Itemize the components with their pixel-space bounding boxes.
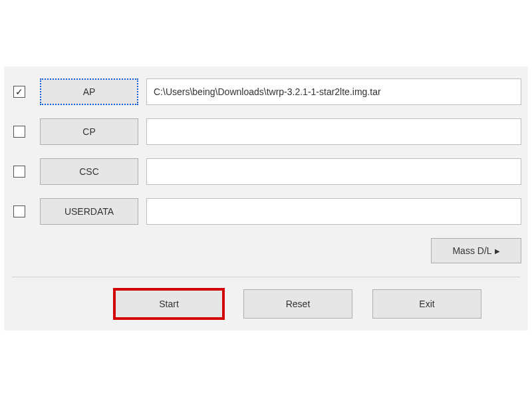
chevron-right-icon: ▶: [495, 247, 500, 255]
csc-button-label: CSC: [79, 166, 99, 177]
row-ap: ✓ AP: [11, 78, 521, 105]
cp-button-label: CP: [82, 126, 95, 137]
row-csc: CSC: [11, 158, 521, 185]
start-button[interactable]: Start: [114, 289, 223, 319]
ap-button[interactable]: AP: [40, 78, 138, 105]
csc-button[interactable]: CSC: [40, 158, 138, 185]
reset-button[interactable]: Reset: [243, 289, 352, 319]
exit-button[interactable]: Exit: [372, 289, 481, 319]
userdata-button[interactable]: USERDATA: [40, 198, 138, 225]
checkbox-ap[interactable]: ✓: [13, 86, 25, 98]
ap-path-field[interactable]: [146, 78, 521, 105]
checkbox-cp[interactable]: [13, 126, 25, 138]
window-content: ✓ AP CP CSC: [0, 66, 532, 331]
mass-dl-label: Mass D/L: [452, 245, 491, 256]
ap-button-label: AP: [83, 86, 96, 97]
csc-path-field[interactable]: [146, 158, 521, 185]
cp-path-field[interactable]: [146, 118, 521, 145]
row-userdata: USERDATA: [11, 198, 521, 225]
checkbox-userdata[interactable]: [13, 205, 25, 217]
mass-dl-row: Mass D/L ▶: [11, 238, 521, 263]
row-cp: CP: [11, 118, 521, 145]
firmware-panel: ✓ AP CP CSC: [4, 66, 528, 331]
check-icon: ✓: [15, 87, 23, 96]
start-button-label: Start: [159, 299, 179, 309]
userdata-path-field[interactable]: [146, 198, 521, 225]
exit-button-label: Exit: [419, 299, 434, 309]
mass-dl-button[interactable]: Mass D/L ▶: [431, 238, 521, 263]
action-row: Start Reset Exit: [11, 289, 521, 319]
userdata-button-label: USERDATA: [65, 206, 114, 217]
divider: [12, 277, 520, 277]
reset-button-label: Reset: [286, 299, 311, 309]
checkbox-csc[interactable]: [13, 166, 25, 178]
cp-button[interactable]: CP: [40, 118, 138, 145]
